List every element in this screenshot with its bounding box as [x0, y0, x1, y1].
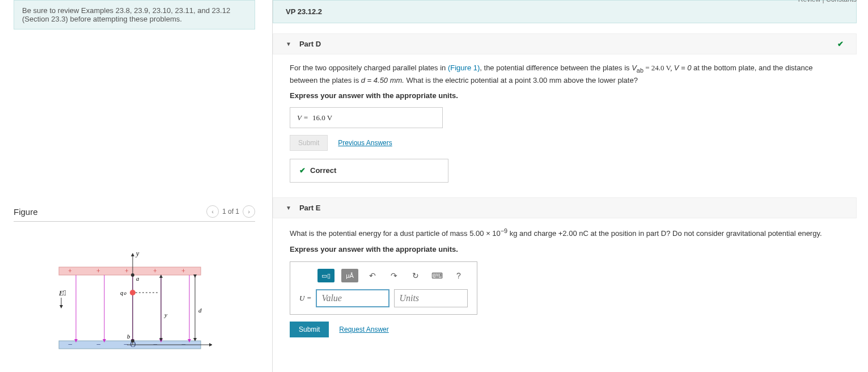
svg-text:+: +: [96, 267, 100, 275]
svg-text:y: y: [136, 250, 139, 257]
svg-rect-0: [59, 267, 201, 275]
caret-down-icon: ▼: [286, 205, 291, 211]
part-e: ▼ Part E What is the potential energy fo…: [273, 197, 857, 342]
help-icon[interactable]: ?: [451, 269, 466, 282]
reset-icon[interactable]: ↻: [408, 269, 423, 282]
undo-icon[interactable]: ↶: [365, 269, 380, 282]
figure-pager: ‹ 1 of 1 ›: [206, 205, 255, 218]
request-answer-link[interactable]: Request Answer: [339, 324, 388, 335]
svg-text:a: a: [136, 275, 139, 282]
figure-diagram: + + + + + − − − O − − y: [53, 250, 212, 363]
part-e-instruction: Express your answer with the appropriate…: [290, 244, 840, 255]
answer-input-panel: ▭▯ μÅ ↶ ↷ ↻ ⌨ ? U =: [290, 261, 477, 315]
svg-text:+: +: [153, 267, 157, 275]
svg-text:y: y: [164, 311, 167, 318]
svg-text:+: +: [181, 267, 185, 275]
input-toolbar: ▭▯ μÅ ↶ ↷ ↻ ⌨ ?: [295, 267, 472, 287]
correct-feedback: ✔Correct: [290, 159, 448, 183]
equation-label: U =: [299, 293, 311, 304]
part-d-prompt: For the two oppositely charged parallel …: [290, 62, 840, 86]
constants-link[interactable]: Constants: [826, 0, 857, 3]
svg-text:q₀: q₀: [120, 289, 126, 296]
svg-text:b: b: [127, 333, 130, 340]
units-input[interactable]: [394, 289, 468, 307]
figure-header: Figure ‹ 1 of 1 ›: [14, 205, 255, 222]
part-d: ▼ Part D ✔ For the two oppositely charge…: [273, 33, 857, 187]
submit-button[interactable]: Submit: [290, 322, 329, 337]
previous-answers-link[interactable]: Previous Answers: [338, 138, 392, 148]
part-d-title: Part D: [299, 40, 321, 48]
vp-title: VP 23.12.2: [273, 0, 857, 23]
part-d-instruction: Express your answer with the appropriate…: [290, 90, 840, 102]
figure-title: Figure: [14, 207, 38, 217]
svg-text:d: d: [198, 307, 202, 314]
svg-text:+: +: [125, 267, 129, 275]
check-icon: ✔: [299, 166, 306, 175]
svg-text:−: −: [96, 340, 101, 349]
redo-icon[interactable]: ↷: [387, 269, 401, 282]
caret-down-icon: ▼: [286, 41, 291, 47]
review-note: Be sure to review Examples 23.8, 23.9, 2…: [14, 0, 255, 29]
svg-point-23: [130, 290, 136, 295]
next-figure-button[interactable]: ›: [243, 205, 255, 218]
svg-text:+: +: [68, 267, 72, 275]
svg-text:x: x: [211, 341, 212, 349]
figure-link[interactable]: (Figure 1): [448, 64, 480, 72]
svg-point-31: [131, 339, 134, 343]
part-e-title: Part E: [299, 204, 321, 212]
part-d-header[interactable]: ▼ Part D ✔: [273, 33, 857, 54]
templates-icon[interactable]: ▭▯: [317, 269, 335, 282]
keyboard-icon[interactable]: ⌨: [430, 269, 444, 282]
top-links: Review | Constants: [798, 0, 857, 3]
units-tool-icon[interactable]: μÅ: [341, 269, 358, 282]
svg-text:−: −: [68, 340, 73, 349]
prev-figure-button[interactable]: ‹: [206, 205, 219, 218]
submit-button-disabled: Submit: [290, 135, 328, 151]
pager-label: 1 of 1: [222, 208, 239, 215]
svg-point-21: [131, 273, 134, 277]
part-e-prompt: What is the potential energy for a dust …: [290, 226, 840, 239]
review-link[interactable]: Review: [798, 0, 820, 3]
value-input[interactable]: [316, 289, 389, 307]
part-e-header[interactable]: ▼ Part E: [273, 197, 857, 218]
part-d-answer-box: V = 16.0 V: [290, 107, 443, 129]
check-icon: ✔: [837, 40, 844, 48]
svg-text:E⃗: E⃗: [58, 289, 66, 297]
